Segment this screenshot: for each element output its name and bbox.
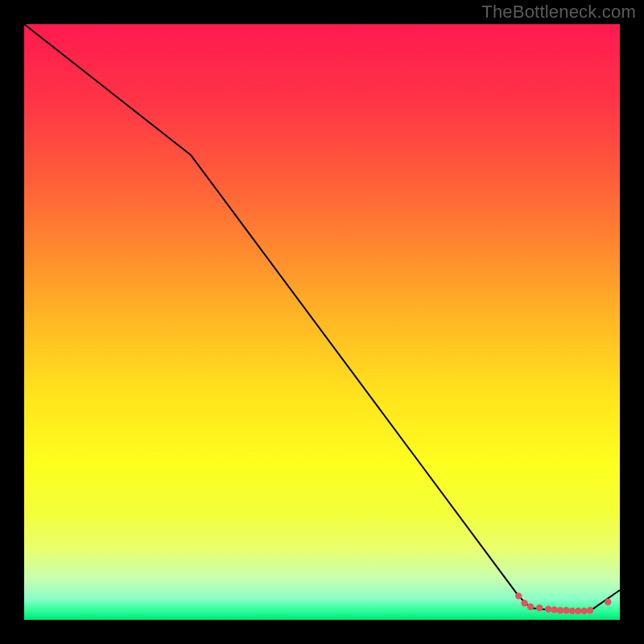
data-marker (563, 607, 569, 613)
data-marker (580, 608, 587, 614)
data-marker (569, 608, 576, 614)
data-marker (536, 605, 543, 611)
gradient-background (24, 24, 620, 620)
data-marker (605, 599, 611, 605)
data-marker (545, 605, 551, 612)
data-marker (515, 592, 522, 599)
data-marker (521, 600, 527, 606)
data-marker (551, 606, 557, 613)
data-marker (587, 607, 593, 613)
chart-frame: TheBottleneck.com (0, 0, 644, 644)
data-marker (575, 608, 581, 614)
chart-svg (24, 24, 620, 620)
data-marker (557, 607, 564, 613)
data-marker (527, 604, 534, 610)
plot-area (24, 24, 620, 620)
watermark-text: TheBottleneck.com (481, 2, 636, 23)
